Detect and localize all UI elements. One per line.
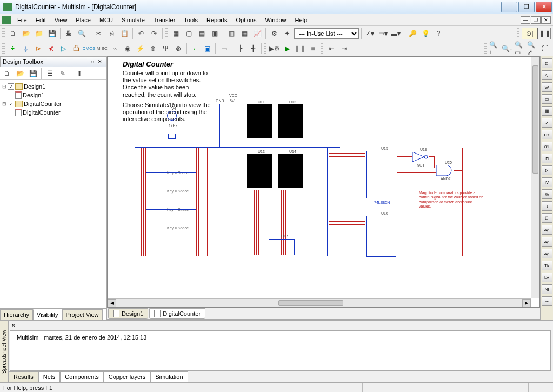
menu-options[interactable]: Options: [232, 16, 261, 24]
place-source-button[interactable]: ÷: [7, 43, 18, 55]
save-button[interactable]: 💾: [46, 28, 58, 39]
output-close-button[interactable]: ✕: [10, 322, 17, 329]
instrument-logic-converter[interactable]: ⊳: [542, 165, 552, 175]
menu-reports[interactable]: Reports: [202, 16, 232, 24]
tree-item-design1[interactable]: ⊟✓ Design1: [1, 82, 105, 91]
grapher-button[interactable]: 📈: [251, 28, 263, 39]
tab-visibility[interactable]: Visibility: [33, 309, 62, 320]
mdi-close[interactable]: ✕: [541, 16, 551, 24]
place-ttl-button[interactable]: 凸: [70, 43, 82, 55]
place-mcu-button[interactable]: ▣: [202, 43, 213, 55]
interactive-sim-button[interactable]: ▶⚙: [269, 43, 281, 55]
output-vertical-tab[interactable]: Spreadsheet View: [0, 321, 9, 382]
place-power-button[interactable]: ⚡: [135, 43, 146, 55]
instrument-ag-scope[interactable]: Ag: [542, 249, 552, 258]
place-electro-button[interactable]: ⊗: [172, 43, 184, 55]
instrument-logic-analyzer[interactable]: ⊓: [542, 154, 552, 163]
toolbox-open-button[interactable]: 📂: [14, 68, 26, 79]
toolbox-save-button[interactable]: 💾: [27, 68, 39, 79]
instrument-bode[interactable]: ↗: [542, 118, 552, 128]
align-left-button[interactable]: ⇤: [325, 43, 337, 55]
place-cmos-button[interactable]: CMOS: [83, 43, 95, 55]
fullscreen-button[interactable]: ⛶: [539, 43, 550, 55]
vertical-scrollbar[interactable]: [531, 57, 539, 298]
postprocessor-button[interactable]: ⚙: [268, 28, 280, 39]
circuit-wizard-button[interactable]: ✦: [281, 28, 293, 39]
instrument-wattmeter[interactable]: W: [542, 82, 552, 92]
transfer-pcb-button[interactable]: ▭▾: [377, 28, 389, 39]
chip-u16[interactable]: [366, 216, 396, 257]
instrument-freq-counter[interactable]: Hz: [542, 130, 552, 139]
toggle-titleblock-button[interactable]: ▣: [209, 28, 221, 39]
tab-copper-layers[interactable]: Copper layers: [104, 371, 150, 382]
mdi-restore[interactable]: ❐: [531, 16, 541, 24]
tree-item-design1-child[interactable]: Design1: [1, 91, 105, 99]
tab-nets[interactable]: Nets: [38, 371, 61, 382]
scrollbar-thumb[interactable]: [532, 65, 538, 174]
toggle-ruler-button[interactable]: ▤: [196, 28, 208, 39]
cut-button[interactable]: ✂: [92, 28, 104, 39]
toolbox-close-button[interactable]: ✕: [96, 58, 104, 65]
place-diode-button[interactable]: ⊳: [32, 43, 44, 55]
place-misc-button[interactable]: MISC: [96, 43, 108, 55]
instrument-scope[interactable]: ▭: [542, 94, 552, 104]
chip-u13[interactable]: [247, 154, 272, 188]
place-rf-button[interactable]: Ψ: [160, 43, 171, 55]
menu-file[interactable]: File: [13, 16, 31, 24]
instrument-ag-funcgen[interactable]: Ag: [542, 225, 552, 235]
print-preview-button[interactable]: 🔍: [76, 28, 88, 39]
place-basic-button[interactable]: ⏚: [19, 43, 31, 55]
in-use-list-combo[interactable]: --- In-Use List ---: [294, 28, 359, 39]
minimize-button[interactable]: —: [501, 2, 517, 12]
run-button[interactable]: ▶: [282, 43, 293, 55]
place-indicator-button[interactable]: ◉: [122, 43, 133, 55]
pause-button[interactable]: ❚❚: [294, 43, 306, 55]
copy-button[interactable]: ⎘: [105, 28, 117, 39]
zoom-fit-button[interactable]: 🔍⤢: [527, 43, 538, 55]
switch-button[interactable]: ⊙|: [522, 28, 538, 39]
mdi-minimize[interactable]: —: [521, 16, 530, 24]
new-button[interactable]: 🗋: [7, 28, 19, 39]
toolbox-up-button[interactable]: ⬆: [74, 68, 85, 79]
instrument-spectrum[interactable]: ⫾: [542, 201, 552, 211]
open-button[interactable]: 📂: [20, 28, 32, 39]
zoom-in-button[interactable]: 🔍+: [489, 43, 500, 55]
instrument-ag-multimeter[interactable]: Ag: [542, 237, 552, 247]
scroll-left-button[interactable]: ◀: [108, 299, 116, 307]
tab-design1[interactable]: Design1: [108, 308, 148, 319]
menu-view[interactable]: View: [50, 16, 72, 24]
place-junction-button[interactable]: ╉: [247, 43, 258, 55]
gate-not[interactable]: [412, 152, 429, 162]
align-right-button[interactable]: ⇥: [338, 43, 350, 55]
instrument-network[interactable]: ⊞: [542, 213, 552, 223]
place-bus-button[interactable]: ┝: [235, 43, 246, 55]
close-button[interactable]: ✕: [536, 2, 552, 12]
tree-item-digitalcounter-child[interactable]: DigitalCounter: [1, 108, 105, 117]
menu-window[interactable]: Window: [261, 16, 290, 24]
scrollbar-thumb[interactable]: [278, 300, 343, 306]
instrument-elvis[interactable]: NI: [542, 284, 552, 294]
database-button[interactable]: ▦: [238, 28, 250, 39]
menu-tools[interactable]: Tools: [179, 16, 202, 24]
menu-edit[interactable]: Edit: [31, 16, 50, 24]
instrument-tek-scope[interactable]: Tk: [542, 261, 552, 270]
horizontal-scrollbar[interactable]: ◀ ▶: [108, 298, 531, 307]
pause-sim-button[interactable]: ❚❚: [539, 28, 551, 39]
chip-u17[interactable]: [269, 239, 295, 255]
maximize-button[interactable]: ❐: [518, 2, 535, 12]
tree-item-digitalcounter[interactable]: ⊟✓ DigitalCounter: [1, 99, 105, 108]
menu-help[interactable]: Help: [291, 16, 312, 24]
toolbox-pin-button[interactable]: ↔: [89, 58, 96, 65]
place-analog-button[interactable]: ▷: [58, 43, 69, 55]
chip-u15[interactable]: [366, 151, 396, 198]
tab-hierarchy[interactable]: Hierarchy: [0, 309, 33, 320]
spreadsheet-button[interactable]: ▥: [225, 28, 237, 39]
scroll-right-button[interactable]: ▶: [522, 299, 531, 307]
toolbox-layers-button[interactable]: ☰: [44, 68, 56, 79]
transfer-layout-button[interactable]: ▬▾: [390, 28, 402, 39]
chip-u14[interactable]: [278, 154, 303, 188]
print-button[interactable]: 🖶: [63, 28, 75, 39]
instrument-4ch-scope[interactable]: ▦: [542, 106, 552, 116]
zoom-out-button[interactable]: 🔍-: [501, 43, 512, 55]
help-context-button[interactable]: ?: [432, 28, 444, 39]
